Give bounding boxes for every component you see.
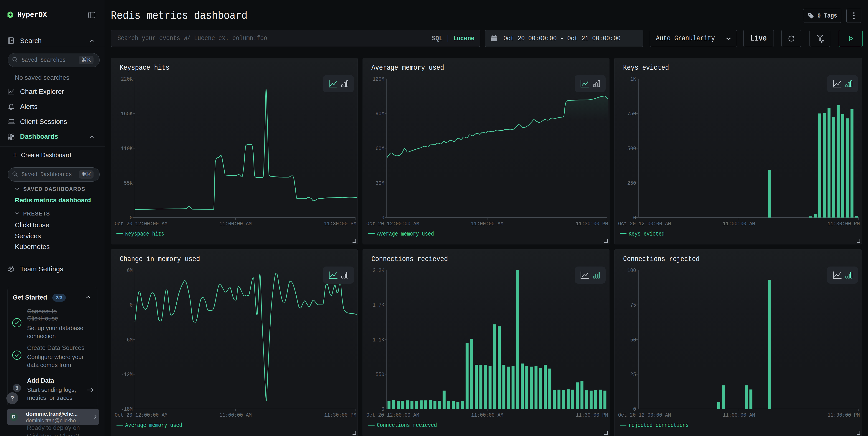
svg-text:Average memory used: Average memory used xyxy=(377,231,434,237)
svg-text:110K: 110K xyxy=(121,145,133,152)
svg-text:1.1K: 1.1K xyxy=(373,337,384,343)
svg-text:11:00:00 AM: 11:00:00 AM xyxy=(723,412,755,418)
svg-text:0: 0 xyxy=(381,406,384,412)
svg-text:11:30:00 PM: 11:30:00 PM xyxy=(324,221,356,227)
svg-text:550: 550 xyxy=(375,371,384,378)
svg-text:Oct 20 12:00:00 AM: Oct 20 12:00:00 AM xyxy=(366,412,419,418)
svg-text:11:00:00 AM: 11:00:00 AM xyxy=(471,221,503,227)
svg-text:Oct 20 12:00:00 AM: Oct 20 12:00:00 AM xyxy=(366,221,419,227)
svg-text:2.2K: 2.2K xyxy=(373,267,384,274)
svg-text:0: 0 xyxy=(633,215,636,221)
svg-text:Oct 20 12:00:00 AM: Oct 20 12:00:00 AM xyxy=(115,221,167,227)
svg-text:1.7K: 1.7K xyxy=(373,302,384,309)
svg-text:120M: 120M xyxy=(373,76,384,83)
svg-text:220K: 220K xyxy=(121,76,133,83)
svg-text:Keys evicted: Keys evicted xyxy=(628,231,664,237)
svg-text:-18M: -18M xyxy=(121,406,133,412)
svg-text:11:30:00 PM: 11:30:00 PM xyxy=(828,412,860,418)
svg-text:Average memory used: Average memory used xyxy=(125,422,182,429)
svg-text:100: 100 xyxy=(627,267,636,274)
svg-text:250: 250 xyxy=(627,180,636,186)
svg-text:165K: 165K xyxy=(121,111,133,117)
svg-text:0: 0 xyxy=(633,406,636,412)
svg-text:90M: 90M xyxy=(375,111,384,117)
svg-text:rejected connections: rejected connections xyxy=(628,422,689,429)
svg-text:Keyspace hits: Keyspace hits xyxy=(125,231,164,237)
svg-text:11:00:00 AM: 11:00:00 AM xyxy=(723,221,755,227)
svg-text:750: 750 xyxy=(627,111,636,117)
svg-text:Oct 20 12:00:00 AM: Oct 20 12:00:00 AM xyxy=(618,221,671,227)
svg-text:11:30:00 PM: 11:30:00 PM xyxy=(576,221,608,227)
svg-text:1K: 1K xyxy=(630,76,636,83)
svg-text:-12M: -12M xyxy=(121,371,133,378)
svg-text:Oct 20 12:00:00 AM: Oct 20 12:00:00 AM xyxy=(115,412,167,418)
svg-text:30M: 30M xyxy=(375,180,384,186)
svg-text:0: 0 xyxy=(130,215,133,221)
svg-text:55K: 55K xyxy=(124,180,133,186)
svg-text:11:00:00 AM: 11:00:00 AM xyxy=(219,221,252,227)
svg-text:?: ? xyxy=(10,395,14,402)
svg-text:50: 50 xyxy=(630,337,636,343)
svg-text:11:30:00 PM: 11:30:00 PM xyxy=(576,412,608,418)
svg-text:25: 25 xyxy=(630,371,636,378)
svg-text:60M: 60M xyxy=(375,145,384,152)
svg-text:Oct 20 12:00:00 AM: Oct 20 12:00:00 AM xyxy=(618,412,671,418)
svg-text:11:00:00 AM: 11:00:00 AM xyxy=(471,412,503,418)
svg-text:11:30:00 PM: 11:30:00 PM xyxy=(828,221,860,227)
svg-text:0: 0 xyxy=(130,302,133,309)
svg-text:6M: 6M xyxy=(127,267,133,274)
svg-text:0: 0 xyxy=(381,215,384,221)
svg-text:500: 500 xyxy=(627,145,636,152)
svg-text:11:30:00 PM: 11:30:00 PM xyxy=(324,412,356,418)
svg-text:-6M: -6M xyxy=(124,337,133,343)
svg-text:11:00:00 AM: 11:00:00 AM xyxy=(219,412,252,418)
svg-text:75: 75 xyxy=(630,302,636,309)
svg-text:Connections recieved: Connections recieved xyxy=(377,422,437,429)
